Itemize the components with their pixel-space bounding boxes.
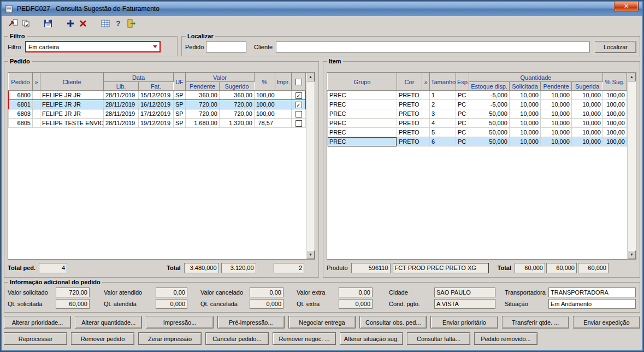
cell-check: [292, 119, 306, 128]
cell-cor: PRETO: [397, 128, 422, 137]
info-label: Qt. cancelada: [200, 301, 250, 307]
item-row[interactable]: PREC PRETO 1 PC -5,000 10,000 10,000 10,…: [328, 91, 627, 100]
scroll-track[interactable]: [628, 81, 636, 250]
item-row[interactable]: PREC PRETO 5 PC 50,000 10,000 10,000 10,…: [328, 128, 627, 137]
pedido-search-input[interactable]: [206, 42, 246, 52]
scroll-track[interactable]: [306, 81, 315, 250]
pedido-legend: Pedido: [8, 58, 32, 64]
exit-button[interactable]: [124, 18, 137, 31]
help-icon: ?: [114, 19, 122, 29]
pedido-row[interactable]: 6803 FELIPE JR JR 28/11/2019 17/12/2019 …: [9, 109, 306, 119]
cell-sugerida: 10,000: [571, 91, 602, 100]
item-groupbox: Item Grupo Cor: [323, 58, 640, 278]
scroll-up-icon[interactable]: ▲: [628, 73, 636, 81]
info-label: Valor solicitado: [8, 289, 56, 296]
cell-cor: PRETO: [397, 91, 422, 100]
save-button[interactable]: [42, 18, 54, 31]
reprocessar-button[interactable]: Reprocessar: [4, 332, 67, 345]
item-row[interactable]: PREC PRETO 4 PC 50,000 10,000 10,000 10,…: [328, 119, 627, 128]
cliente-search-input[interactable]: [276, 42, 590, 52]
grid-button[interactable]: [99, 18, 111, 31]
localizar-button[interactable]: Localizar: [595, 41, 636, 53]
col-arrows: »: [422, 73, 429, 91]
info-label: Qt. solicitada: [8, 301, 56, 307]
pedido-removido-button[interactable]: Pedido removido...: [474, 332, 537, 345]
zerar-impressao-button[interactable]: Zerar impressão: [138, 332, 202, 345]
info-value: 60,000: [56, 299, 90, 309]
delete-button[interactable]: [76, 18, 89, 31]
cell-fat: 19/12/2019: [139, 119, 174, 128]
cell-estoque: 50,000: [469, 119, 509, 128]
cell-arrows: [33, 119, 40, 128]
enviar-expedicao-button[interactable]: Enviar expedição: [573, 316, 640, 328]
row-checkbox[interactable]: ✓: [296, 102, 302, 108]
cell-pendente: 10,000: [540, 100, 571, 109]
info-label: Cidade: [389, 289, 434, 296]
row-checkbox[interactable]: [296, 111, 302, 118]
scroll-down-icon[interactable]: ▼: [306, 250, 315, 259]
cell-pct-sug: 100,00: [603, 109, 627, 119]
save-icon: [43, 19, 53, 30]
cell-esp: PC: [456, 128, 469, 137]
copy-button[interactable]: [19, 18, 32, 31]
cell-pct: 100,00: [255, 109, 275, 119]
consultar-falta-button[interactable]: Consultar falta...: [407, 332, 470, 345]
alterar-prioridade-button[interactable]: Alterar prioridade...: [4, 316, 71, 328]
cancelar-pedido-button[interactable]: Cancelar pedido...: [205, 332, 269, 345]
remover-pedido-button[interactable]: Remover pedido: [71, 332, 134, 345]
item-row[interactable]: PREC PRETO 3 PC 50,000 10,000 10,000 10,…: [328, 109, 627, 119]
row-checkbox[interactable]: ✓: [296, 92, 302, 99]
cell-grupo: PREC: [328, 100, 397, 109]
close-button[interactable]: ✕: [614, 2, 639, 12]
cell-solicitada: 10,000: [509, 137, 540, 146]
transfer-button[interactable]: [7, 18, 19, 31]
row-checkbox[interactable]: [296, 120, 302, 127]
remover-negoc-button[interactable]: Remover negoc. ...: [273, 332, 336, 345]
info-label: Qt. extra: [297, 301, 339, 307]
pedido-row[interactable]: 6801 FELIPE JR JR 28/11/2019 16/12/2019 …: [9, 100, 306, 109]
cell-sugerida: 10,000: [571, 137, 602, 146]
info-value: SAO PAULO: [434, 288, 495, 297]
filtro-select[interactable]: Em carteira: [25, 41, 161, 52]
col-esp: Esp.: [456, 73, 469, 91]
cell-arrows: [422, 100, 429, 109]
enviar-prioritario-button[interactable]: Enviar prioritário: [430, 316, 498, 328]
alterar-situacao-sug-button[interactable]: Alterar situação sug.: [340, 332, 403, 345]
pedido-scrollbar[interactable]: ▲ ▼: [306, 72, 315, 260]
col-fat: Fat.: [139, 82, 174, 91]
header-checkbox[interactable]: [296, 79, 302, 85]
cell-arrows: [422, 109, 429, 119]
localizar-legend: Localizar: [186, 33, 215, 39]
scroll-down-icon[interactable]: ▼: [628, 250, 636, 259]
add-button[interactable]: [64, 18, 76, 31]
consultar-obs-ped-button[interactable]: Consultar obs. ped...: [359, 316, 427, 328]
item-row[interactable]: PREC PRETO 2 PC -5,000 10,000 10,000 10,…: [328, 100, 627, 109]
pedido-row[interactable]: 6800 FELIPE JR JR 28/11/2019 15/12/2019 …: [9, 91, 306, 100]
col-lib: Lib.: [104, 82, 139, 91]
cell-arrows: [422, 91, 429, 100]
info-value: 0,00: [250, 288, 283, 297]
cell-pedido: 6805: [9, 119, 33, 128]
cell-uf: SP: [174, 91, 186, 100]
cell-fat: 17/12/2019: [139, 109, 174, 119]
cell-check: ✓: [292, 100, 306, 109]
item-scrollbar[interactable]: ▲ ▼: [627, 72, 636, 260]
item-total-solicitada: 60,000: [515, 263, 545, 273]
impressao-button[interactable]: Impressão...: [146, 316, 213, 328]
pre-impressao-button[interactable]: Pré-impressão...: [217, 316, 285, 328]
info-value: 0,00: [339, 288, 373, 297]
delete-icon: [79, 19, 87, 29]
item-row[interactable]: PREC PRETO 6 PC 50,000 10,000 10,000 10,…: [328, 137, 627, 146]
cell-tamanho: 2: [429, 100, 456, 109]
pedido-row[interactable]: 6805 FELIPE TESTE ENVIO C 28/11/2019 19/…: [9, 119, 306, 128]
scroll-up-icon[interactable]: ▲: [306, 73, 315, 81]
cell-sugerida: 10,000: [571, 100, 602, 109]
negociar-entrega-button[interactable]: Negociar entrega: [288, 316, 356, 328]
alterar-quantidade-button[interactable]: Alterar quantidade...: [75, 316, 142, 328]
cell-sugerida: 10,000: [571, 109, 602, 119]
transferir-qtde-button[interactable]: Transferir qtde. ...: [502, 316, 569, 328]
add-icon: [66, 19, 75, 29]
help-button[interactable]: ?: [111, 18, 124, 31]
cell-esp: PC: [456, 137, 469, 146]
cell-uf: SP: [174, 109, 186, 119]
